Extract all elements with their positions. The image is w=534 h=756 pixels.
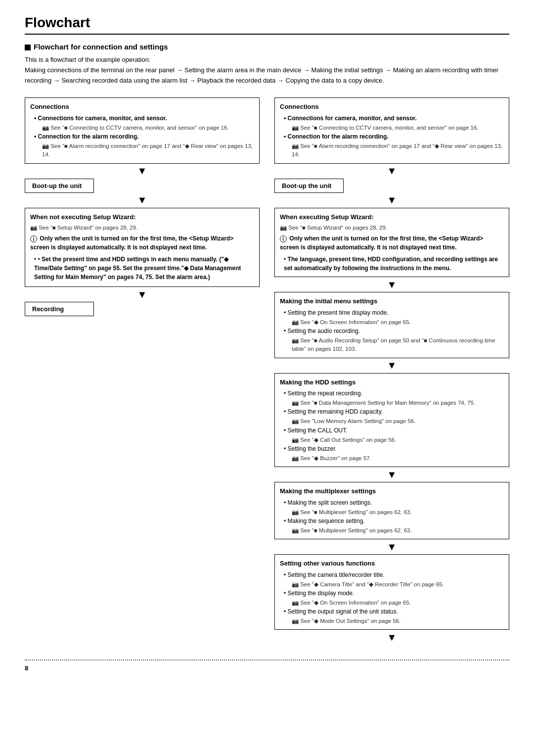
right-conn-sub1: 📷 See "■ Connecting to CCTV camera, moni…: [292, 124, 504, 132]
mux-sub1: 📷 See "■ Multiplexer Setting" on pages 6…: [292, 508, 504, 517]
other-bullet2: Setting the display mode.: [284, 589, 504, 598]
hdd-sub2: 📷 See "Low Memory Alarm Setting" on page…: [292, 417, 504, 425]
right-setup-ref: 📷 See "■ Setup Wizard" on pages 28, 29.: [280, 224, 504, 232]
arrow1-right: ▼: [274, 164, 509, 179]
left-conn-bullet1: Connections for camera, monitor, and sen…: [34, 114, 254, 123]
page-number: 8: [25, 664, 509, 672]
initial-menu-sub1: 📷 See "◆ On Screen Information" on page …: [292, 318, 504, 327]
mux-sub2: 📷 See "■ Multiplexer Setting" on pages 6…: [292, 526, 504, 535]
arrow3-right: ▼: [274, 277, 509, 292]
arrow2-left: ▼: [25, 193, 260, 208]
right-setup-title: When executing Setup Wizard:: [280, 212, 504, 222]
arrow7-right: ▼: [274, 630, 509, 645]
initial-menu-bullet2: Setting the audio recording.: [284, 327, 504, 335]
left-setup-note2: • Set the present time and HDD settings …: [30, 255, 254, 282]
flowchart: Connections Connections for camera, moni…: [25, 97, 509, 645]
left-setup-note1: i Only when the unit is turned on for th…: [30, 234, 254, 252]
mux-bullet2: Making the sequence setting.: [284, 517, 504, 525]
left-connections-title: Connections: [30, 102, 254, 112]
bottom-divider: [25, 660, 509, 661]
other-functions-box: Setting other various functions Setting …: [274, 554, 509, 630]
left-setup-ref: 📷 See "■ Setup Wizard" on pages 28, 29.: [30, 224, 254, 232]
hdd-sub3: 📷 See "◆ Call Out Settings" on page 56.: [292, 436, 504, 444]
right-conn-bullet1: Connections for camera, monitor, and sen…: [284, 114, 504, 123]
hdd-sub4: 📷 See "◆ Buzzer" on page 57.: [292, 454, 504, 463]
section-title: Flowchart for connection and settings: [25, 43, 509, 51]
multiplexer-box: Making the multiplexer settings Making t…: [274, 482, 509, 539]
arrow4-right: ▼: [274, 358, 509, 373]
page-title: Flowchart: [25, 15, 509, 35]
initial-menu-title: Making the initial menu settings: [280, 296, 504, 306]
other-bullet3: Setting the output signal of the unit st…: [284, 607, 504, 616]
left-setup-title: When not executing Setup Wizard:: [30, 212, 254, 222]
left-bootup-box: Boot-up the unit: [25, 179, 94, 193]
initial-menu-box: Making the initial menu settings Setting…: [274, 292, 509, 358]
right-setup-wizard-box: When executing Setup Wizard: 📷 See "■ Se…: [274, 208, 509, 278]
other-functions-title: Setting other various functions: [280, 559, 504, 568]
initial-menu-bullet1: Setting the present time display mode.: [284, 308, 504, 317]
hdd-bullet2: Setting the remaining HDD capacity.: [284, 407, 504, 416]
left-conn-sub1: 📷 See "■ Connecting to CCTV camera, moni…: [42, 124, 254, 132]
right-bootup-box: Boot-up the unit: [274, 179, 344, 193]
right-conn-sub2: 📷 See "■ Alarm recording connection" on …: [292, 142, 504, 159]
initial-menu-sub2: 📷 See "■ Audio Recording Setup" on page …: [292, 336, 504, 354]
right-connections-title: Connections: [280, 102, 504, 112]
left-conn-sub2: 📷 See "■ Alarm recording connection" on …: [42, 142, 254, 159]
circle-i-icon: i: [30, 236, 37, 242]
hdd-settings-box: Making the HDD settings Setting the repe…: [274, 373, 509, 468]
left-recording-box: Recording: [25, 302, 94, 316]
arrow5-right: ▼: [274, 467, 509, 482]
mux-bullet1: Making the split screen settings.: [284, 498, 504, 507]
hdd-settings-title: Making the HDD settings: [280, 378, 504, 387]
circle-i-icon2: i: [280, 236, 287, 242]
arrow2-right: ▼: [274, 193, 509, 208]
arrow3-left: ▼: [25, 287, 260, 302]
other-sub2: 📷 See "◆ On Screen Information" on page …: [292, 599, 504, 607]
right-setup-note2: • The language, present time, HDD config…: [280, 255, 504, 273]
multiplexer-title: Making the multiplexer settings: [280, 486, 504, 496]
left-setup-wizard-box: When not executing Setup Wizard: 📷 See "…: [25, 208, 260, 287]
hdd-bullet1: Setting the repeat recording.: [284, 389, 504, 398]
hdd-sub1: 📷 See "■ Data Management Setting for Mai…: [292, 399, 504, 407]
hdd-bullet4: Setting the buzzer.: [284, 444, 504, 453]
right-setup-note1: i Only when the unit is turned on for th…: [280, 234, 504, 252]
arrow6-right: ▼: [274, 539, 509, 554]
other-bullet1: Setting the camera title/recorder title.: [284, 570, 504, 579]
other-sub1: 📷 See "◆ Camera Title" and "◆ Recorder T…: [292, 580, 504, 589]
left-column: Connections Connections for camera, moni…: [25, 97, 260, 316]
left-conn-bullet2: Connection for the alarm recording.: [34, 132, 254, 141]
other-sub3: 📷 See "◆ Mode Out Settings" on page 56.: [292, 617, 504, 625]
right-column: Connections Connections for camera, moni…: [274, 97, 509, 645]
right-conn-bullet2: Connection for the alarm recording.: [284, 132, 504, 141]
left-connections-box: Connections Connections for camera, moni…: [25, 97, 260, 163]
right-connections-box: Connections Connections for camera, moni…: [274, 97, 509, 163]
intro-paragraph: This is a flowchart of the example opera…: [25, 55, 509, 86]
black-square-icon: [25, 45, 31, 50]
hdd-bullet3: Setting the CALL OUT.: [284, 426, 504, 435]
arrow1-left: ▼: [25, 164, 260, 179]
